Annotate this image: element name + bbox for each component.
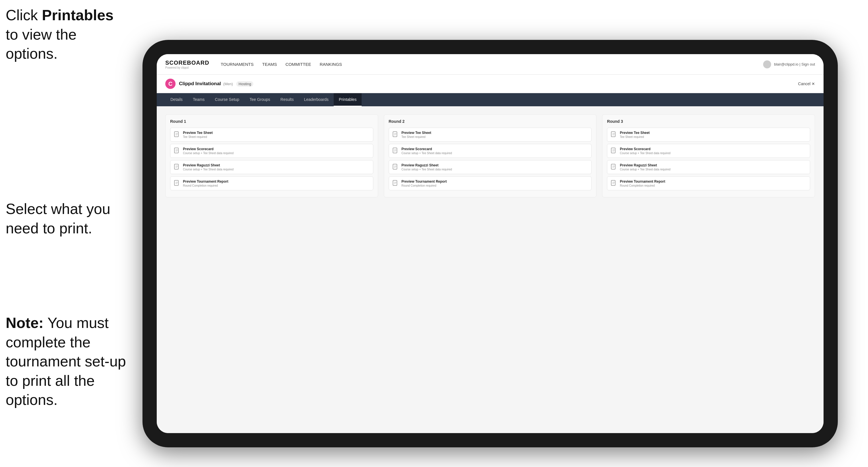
round3-scorecard-info: Preview Scorecard Course setup + Tee She… <box>620 147 670 155</box>
round1-raguzzi-info: Preview Raguzzi Sheet Course setup + Tee… <box>183 163 234 171</box>
tab-printables[interactable]: Printables <box>334 93 362 106</box>
document-icon <box>393 131 399 138</box>
document-icon <box>611 148 617 154</box>
annotation-bottom: Note: You must complete the tournament s… <box>6 313 131 410</box>
tab-details[interactable]: Details <box>165 93 188 106</box>
document-icon <box>393 164 399 171</box>
tournament-status: Hosting <box>236 81 253 87</box>
document-icon <box>611 180 617 187</box>
round2-raguzzi-info: Preview Raguzzi Sheet Course setup + Tee… <box>402 163 452 171</box>
top-nav-links: TOURNAMENTS TEAMS COMMITTEE RANKINGS <box>221 61 763 68</box>
document-icon <box>611 131 617 138</box>
scoreboard-logo: SCOREBOARD Powered by clippd <box>165 60 209 69</box>
document-icon <box>174 148 180 154</box>
document-icon <box>393 180 399 187</box>
round-1-column: Round 1 Preview Tee Sheet Tee Sheet requ… <box>165 114 378 197</box>
rounds-container: Round 1 Preview Tee Sheet Tee Sheet requ… <box>165 114 815 197</box>
round1-tee-sheet-info: Preview Tee Sheet Tee Sheet required <box>183 131 213 138</box>
round3-scorecard[interactable]: Preview Scorecard Course setup + Tee She… <box>607 144 810 158</box>
document-icon <box>393 148 399 154</box>
user-avatar <box>763 60 771 68</box>
round-2-column: Round 2 Preview Tee Sheet Tee Sheet requ… <box>384 114 597 197</box>
tab-tee-groups[interactable]: Tee Groups <box>245 93 275 106</box>
tournament-header: C Clippd Invitational (Men) Hosting Canc… <box>157 75 824 93</box>
nav-teams[interactable]: TEAMS <box>262 61 277 68</box>
app-content: SCOREBOARD Powered by clippd TOURNAMENTS… <box>157 54 824 433</box>
round1-tee-sheet[interactable]: Preview Tee Sheet Tee Sheet required <box>170 128 373 142</box>
round3-tournament-report-info: Preview Tournament Report Round Completi… <box>620 180 665 187</box>
main-content: Round 1 Preview Tee Sheet Tee Sheet requ… <box>157 106 824 433</box>
annotation-mid: Select what you need to print. <box>6 199 125 238</box>
tournament-logo: C <box>165 79 176 89</box>
round3-raguzzi[interactable]: Preview Raguzzi Sheet Course setup + Tee… <box>607 160 810 174</box>
round-3-column: Round 3 Preview Tee Sheet Tee Sheet requ… <box>602 114 815 197</box>
round2-tee-sheet[interactable]: Preview Tee Sheet Tee Sheet required <box>389 128 592 142</box>
tab-teams[interactable]: Teams <box>188 93 210 106</box>
annotation-top-text: Click Printables to view the options. <box>6 7 114 62</box>
round2-tournament-report-info: Preview Tournament Report Round Completi… <box>402 180 447 187</box>
tab-leaderboards[interactable]: Leaderboards <box>299 93 334 106</box>
round3-raguzzi-info: Preview Raguzzi Sheet Course setup + Tee… <box>620 163 670 171</box>
round2-raguzzi[interactable]: Preview Raguzzi Sheet Course setup + Tee… <box>389 160 592 174</box>
tournament-tag: (Men) <box>223 82 233 86</box>
round-1-title: Round 1 <box>170 119 373 124</box>
cancel-button[interactable]: Cancel ✕ <box>798 82 815 86</box>
round1-tournament-report[interactable]: Preview Tournament Report Round Completi… <box>170 176 373 190</box>
annotation-top: Click Printables to view the options. <box>6 6 120 64</box>
document-icon <box>611 164 617 171</box>
nav-rankings[interactable]: RANKINGS <box>320 61 342 68</box>
tab-bar: Details Teams Course Setup Tee Groups Re… <box>157 93 824 106</box>
round1-scorecard-info: Preview Scorecard Course setup + Tee She… <box>183 147 234 155</box>
round1-scorecard[interactable]: Preview Scorecard Course setup + Tee She… <box>170 144 373 158</box>
tablet-screen: SCOREBOARD Powered by clippd TOURNAMENTS… <box>157 54 824 433</box>
document-icon <box>174 131 180 138</box>
round-2-title: Round 2 <box>389 119 592 124</box>
round1-tournament-report-info: Preview Tournament Report Round Completi… <box>183 180 228 187</box>
nav-tournaments[interactable]: TOURNAMENTS <box>221 61 254 68</box>
logo-sub: Powered by clippd <box>165 66 209 69</box>
tab-results[interactable]: Results <box>275 93 299 106</box>
round2-scorecard-info: Preview Scorecard Course setup + Tee She… <box>402 147 452 155</box>
round2-tee-sheet-info: Preview Tee Sheet Tee Sheet required <box>402 131 431 138</box>
round2-scorecard[interactable]: Preview Scorecard Course setup + Tee She… <box>389 144 592 158</box>
round1-raguzzi[interactable]: Preview Raguzzi Sheet Course setup + Tee… <box>170 160 373 174</box>
document-icon <box>174 164 180 171</box>
tournament-title: Clippd Invitational <box>179 81 221 87</box>
round-3-title: Round 3 <box>607 119 810 124</box>
document-icon <box>174 180 180 187</box>
top-nav: SCOREBOARD Powered by clippd TOURNAMENTS… <box>157 54 824 75</box>
logo-title: SCOREBOARD <box>165 60 209 66</box>
tablet-shell: SCOREBOARD Powered by clippd TOURNAMENTS… <box>143 40 838 447</box>
nav-committee[interactable]: COMMITTEE <box>285 61 311 68</box>
tab-course-setup[interactable]: Course Setup <box>210 93 245 106</box>
top-nav-right: blair@clippd.io | Sign out <box>763 60 815 68</box>
round3-tee-sheet-info: Preview Tee Sheet Tee Sheet required <box>620 131 650 138</box>
round3-tee-sheet[interactable]: Preview Tee Sheet Tee Sheet required <box>607 128 810 142</box>
round2-tournament-report[interactable]: Preview Tournament Report Round Completi… <box>389 176 592 190</box>
round3-tournament-report[interactable]: Preview Tournament Report Round Completi… <box>607 176 810 190</box>
user-info: blair@clippd.io | Sign out <box>774 62 815 66</box>
